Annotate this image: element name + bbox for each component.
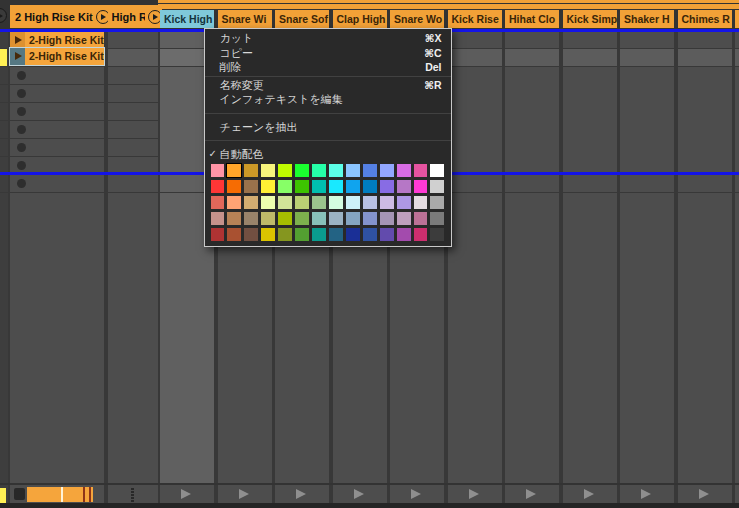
color-swatch[interactable] (363, 196, 377, 210)
color-swatch[interactable] (312, 164, 326, 178)
chain-tab-shaker-h[interactable]: Shaker H (620, 10, 674, 28)
color-swatch[interactable] (261, 180, 275, 194)
color-swatch[interactable] (430, 196, 444, 210)
track-tab-high-rise-kit[interactable]: 2 High Rise Kit (10, 5, 109, 28)
chain-tab-snare-wi[interactable]: Snare Wi (218, 10, 272, 28)
color-swatch[interactable] (329, 164, 343, 178)
track-tab-high-ri[interactable]: High Ri (108, 5, 163, 28)
color-swatch[interactable] (244, 196, 258, 210)
chain-play-button[interactable] (469, 489, 479, 499)
color-swatch[interactable] (227, 228, 241, 242)
color-swatch[interactable] (380, 228, 394, 242)
clip-stop-button[interactable] (17, 143, 26, 152)
chain-play-button[interactable] (181, 489, 191, 499)
clip-stop-button[interactable] (17, 71, 26, 80)
color-swatch[interactable] (295, 212, 309, 226)
color-swatch[interactable] (363, 228, 377, 242)
color-swatch[interactable] (430, 180, 444, 194)
color-swatch[interactable] (397, 212, 411, 226)
chain-play-button[interactable] (584, 489, 594, 499)
color-swatch[interactable] (430, 164, 444, 178)
color-swatch[interactable] (261, 164, 275, 178)
chain-play-button[interactable] (354, 489, 364, 499)
color-swatch[interactable] (261, 196, 275, 210)
color-swatch[interactable] (414, 228, 428, 242)
color-swatch[interactable] (329, 212, 343, 226)
chain-play-button[interactable] (699, 489, 709, 499)
color-swatch[interactable] (414, 180, 428, 194)
menu-item-rename[interactable]: 名称変更⌘R (205, 78, 451, 93)
color-swatch[interactable] (227, 196, 241, 210)
color-swatch[interactable] (211, 180, 225, 194)
color-swatch[interactable] (244, 164, 258, 178)
color-swatch[interactable] (397, 228, 411, 242)
chain-tab-chimes-r[interactable]: Chimes R (678, 10, 732, 28)
color-swatch[interactable] (295, 164, 309, 178)
menu-item-delete[interactable]: 削除Del (205, 60, 451, 75)
clip-stop-button[interactable] (14, 488, 26, 500)
color-swatch[interactable] (261, 212, 275, 226)
chain-play-button[interactable] (411, 489, 421, 499)
color-swatch[interactable] (312, 196, 326, 210)
color-swatch[interactable] (397, 196, 411, 210)
chain-tab-clap-high[interactable]: Clap High (333, 10, 387, 28)
menu-item-cut[interactable]: カット⌘X (205, 31, 451, 46)
chain-play-button[interactable] (239, 489, 249, 499)
color-swatch[interactable] (346, 228, 360, 242)
color-swatch[interactable] (211, 212, 225, 226)
color-swatch[interactable] (227, 212, 241, 226)
color-swatch[interactable] (278, 196, 292, 210)
color-swatch[interactable] (397, 164, 411, 178)
color-swatch[interactable] (346, 180, 360, 194)
color-swatch[interactable] (414, 164, 428, 178)
clip-stop-button[interactable] (17, 179, 26, 188)
chain-tab-kick-high[interactable]: Kick High (160, 10, 214, 28)
color-swatch[interactable] (346, 212, 360, 226)
chain-tab-hihat-clo[interactable]: Hihat Clo (505, 10, 559, 28)
chain-play-button[interactable] (641, 489, 651, 499)
color-swatch[interactable] (363, 212, 377, 226)
color-swatch[interactable] (414, 212, 428, 226)
color-swatch[interactable] (329, 228, 343, 242)
clip-high-rise-kit[interactable]: 2-High Rise Kit (10, 32, 104, 48)
color-swatch[interactable] (414, 196, 428, 210)
color-swatch[interactable] (295, 196, 309, 210)
color-swatch[interactable] (211, 164, 225, 178)
color-swatch[interactable] (329, 196, 343, 210)
neighbor-track-clip[interactable] (0, 49, 7, 66)
chain-tab-kick-rise[interactable]: Kick Rise (448, 10, 502, 28)
menu-item-copy[interactable]: コピー⌘C (205, 46, 451, 61)
color-swatch[interactable] (430, 228, 444, 242)
color-swatch[interactable] (430, 212, 444, 226)
menu-item-auto-assign-colors[interactable]: ✓自動配色 (205, 147, 451, 162)
color-swatch[interactable] (244, 212, 258, 226)
color-swatch[interactable] (363, 180, 377, 194)
clip-stop-button[interactable] (17, 161, 26, 170)
color-swatch[interactable] (295, 180, 309, 194)
color-swatch[interactable] (397, 180, 411, 194)
color-swatch[interactable] (380, 180, 394, 194)
color-swatch[interactable] (227, 180, 241, 194)
clip-play-button[interactable] (10, 32, 25, 48)
color-swatch[interactable] (346, 196, 360, 210)
color-swatch[interactable] (380, 196, 394, 210)
chain-play-button[interactable] (296, 489, 306, 499)
color-swatch[interactable] (211, 228, 225, 242)
color-swatch[interactable] (244, 228, 258, 242)
clip-stop-button[interactable] (17, 107, 26, 116)
color-swatch[interactable] (312, 228, 326, 242)
color-swatch[interactable] (329, 180, 343, 194)
clip-stop-button[interactable] (17, 89, 26, 98)
color-swatch[interactable] (380, 164, 394, 178)
color-swatch[interactable] (211, 196, 225, 210)
color-swatch[interactable] (346, 164, 360, 178)
color-swatch[interactable] (295, 228, 309, 242)
chain-play-button[interactable] (526, 489, 536, 499)
color-swatch[interactable] (278, 164, 292, 178)
clip-high-rise-kit-selected[interactable]: 2-High Rise Kit (10, 48, 104, 65)
circled-play-icon[interactable] (0, 8, 7, 23)
color-swatch[interactable] (278, 228, 292, 242)
color-swatch[interactable] (312, 180, 326, 194)
color-swatch[interactable] (380, 212, 394, 226)
clip-play-button[interactable] (10, 48, 25, 65)
